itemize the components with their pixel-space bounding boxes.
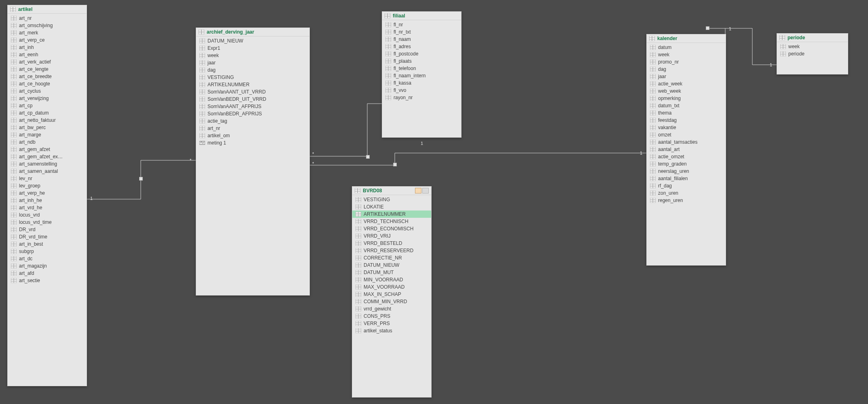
field-row[interactable]: DR_vrd — [8, 226, 87, 233]
field-row[interactable]: art_gem_afzet_ex… — [8, 153, 87, 160]
field-row[interactable]: CONS_PRS — [352, 313, 431, 320]
field-row[interactable]: fl_adres — [382, 43, 461, 50]
field-row[interactable]: rf_dag — [647, 182, 726, 189]
field-row[interactable]: regen_uren — [647, 197, 726, 204]
field-row[interactable]: SomVanAANT_AFPRIJS — [196, 103, 309, 110]
field-row[interactable]: ARTIKELNUMMER — [352, 211, 431, 218]
field-row[interactable]: art_cyclus — [8, 87, 87, 95]
field-row[interactable]: vakantie — [647, 124, 726, 131]
field-row[interactable]: art_merk — [8, 29, 87, 36]
table-header-artikel[interactable]: artikel — [8, 5, 87, 14]
field-row[interactable]: art_vrd_he — [8, 204, 87, 211]
field-row[interactable]: omzet — [647, 131, 726, 138]
table-header-filiaal[interactable]: filiaal — [382, 12, 461, 20]
field-row[interactable]: VRRD_RESERVEERD — [352, 247, 431, 254]
field-row[interactable]: actie_omzet — [647, 153, 726, 160]
field-row[interactable]: VESTIGING — [196, 74, 309, 81]
field-row[interactable]: art_afd — [8, 270, 87, 277]
field-row[interactable]: datum — [647, 44, 726, 51]
field-row[interactable]: VRRD_VRIJ — [352, 232, 431, 240]
relationship-handle[interactable] — [139, 177, 143, 181]
field-row[interactable]: art_inh_he — [8, 197, 87, 204]
table-bvrd08[interactable]: BVRD08VESTIGINGLOKATIEARTIKELNUMMERVRRD_… — [352, 186, 432, 398]
field-row[interactable]: art_omschijving — [8, 22, 87, 29]
field-row[interactable]: MIN_VOORRAAD — [352, 276, 431, 283]
relationship-handle[interactable] — [366, 155, 370, 159]
field-row[interactable]: VRRD_BESTELD — [352, 240, 431, 247]
field-row[interactable]: neerslag_uren — [647, 168, 726, 175]
field-row[interactable]: COMM_MIN_VRRD — [352, 298, 431, 305]
field-row[interactable]: art_marge — [8, 131, 87, 138]
field-row[interactable]: artikel_om — [196, 132, 309, 139]
field-row[interactable]: MAX_IN_SCHAP — [352, 291, 431, 298]
field-row[interactable]: fl_plaats — [382, 57, 461, 65]
field-row[interactable]: CORRECTIE_NR — [352, 254, 431, 262]
field-row[interactable]: datum_txt — [647, 102, 726, 109]
field-row[interactable]: DATUM_NIEUW — [352, 262, 431, 269]
field-row[interactable]: LOKATIE — [352, 203, 431, 211]
field-row[interactable]: vrrd_gewicht — [352, 305, 431, 313]
diagram-canvas[interactable]: artikelart_nrart_omschijvingart_merkart_… — [0, 0, 868, 404]
field-row[interactable]: ARTIKELNUMMER — [196, 81, 309, 88]
field-row[interactable]: actie_week — [647, 80, 726, 87]
table-field-list[interactable]: fl_nrfl_nr_txtfl_naamfl_adresfl_postcode… — [382, 20, 461, 137]
field-row[interactable]: locus_vrd_time — [8, 219, 87, 226]
field-row[interactable]: fl_nr_txt — [382, 28, 461, 36]
field-row[interactable]: aantal_art — [647, 146, 726, 153]
field-row[interactable]: locus_vrd — [8, 211, 87, 219]
field-row[interactable]: fl_naam — [382, 36, 461, 43]
field-row[interactable]: DATUM_NIEUW — [196, 37, 309, 45]
field-row[interactable]: art_in_best — [8, 240, 87, 248]
field-row[interactable]: art_verp_ce — [8, 36, 87, 44]
relationship-handle[interactable] — [393, 163, 397, 166]
field-row[interactable]: periode — [777, 50, 848, 57]
table-field-list[interactable]: art_nrart_omschijvingart_merkart_verp_ce… — [8, 14, 87, 386]
table-filiaal[interactable]: filiaalfl_nrfl_nr_txtfl_naamfl_adresfl_p… — [382, 11, 462, 138]
field-row[interactable]: SomVanBEDR_UIT_VRRD — [196, 96, 309, 103]
table-periode[interactable]: periodeweekperiode — [777, 33, 848, 74]
field-row[interactable]: fl_vvo — [382, 87, 461, 94]
field-row[interactable]: aantal_tarnsacties — [647, 138, 726, 146]
field-row[interactable]: art_dc — [8, 255, 87, 262]
table-option-button[interactable] — [415, 188, 421, 193]
field-row[interactable]: temp_graden — [647, 160, 726, 168]
field-row[interactable]: SomVanAANT_UIT_VRRD — [196, 88, 309, 96]
field-row[interactable]: dag — [647, 66, 726, 73]
field-row[interactable]: rayon_nr — [382, 94, 461, 101]
field-row[interactable]: VESTIGING — [352, 196, 431, 203]
field-row[interactable]: DR_vrd_time — [8, 233, 87, 240]
table-header-kalender[interactable]: kalender — [647, 34, 726, 43]
field-row[interactable]: jaar — [647, 73, 726, 80]
field-row[interactable]: web_week — [647, 87, 726, 95]
field-row[interactable]: MAX_VOORRAAD — [352, 283, 431, 291]
field-row[interactable]: week — [777, 43, 848, 50]
field-row[interactable]: art_netto_faktuur — [8, 117, 87, 124]
field-row[interactable]: dag — [196, 66, 309, 74]
field-row[interactable]: fl_kassa — [382, 79, 461, 87]
field-row[interactable]: VRRD_ECONOMISCH — [352, 225, 431, 232]
table-option-button[interactable] — [422, 188, 429, 193]
field-row[interactable]: subgrp — [8, 248, 87, 255]
field-row[interactable]: fl_postcode — [382, 50, 461, 57]
field-row[interactable]: art_ndb — [8, 138, 87, 146]
field-row[interactable]: art_eenh — [8, 51, 87, 58]
field-row[interactable]: art_nr — [196, 125, 309, 132]
relationship-handle[interactable] — [706, 26, 709, 30]
table-kalender[interactable]: kalenderdatumweekpromo_nrdagjaaractie_we… — [646, 34, 726, 266]
field-row[interactable]: meting 1 — [196, 139, 309, 147]
field-row[interactable]: week — [196, 52, 309, 59]
table-archief[interactable]: archief_derving_jaarDATUM_NIEUWExpr1week… — [196, 28, 310, 296]
field-row[interactable]: DATUM_MUT — [352, 269, 431, 276]
field-row[interactable]: VRRD_TECHNISCH — [352, 218, 431, 225]
field-row[interactable]: VERR_PRS — [352, 320, 431, 327]
field-row[interactable]: fl_naam_intern — [382, 72, 461, 79]
field-row[interactable]: art_nr — [8, 15, 87, 22]
field-row[interactable]: art_sectie — [8, 277, 87, 284]
table-artikel[interactable]: artikelart_nrart_omschijvingart_merkart_… — [7, 5, 87, 386]
field-row[interactable]: lev_nr — [8, 175, 87, 182]
field-row[interactable]: art_ce_lengte — [8, 66, 87, 73]
field-row[interactable]: actie_tag — [196, 117, 309, 125]
table-header-archief[interactable]: archief_derving_jaar — [196, 28, 309, 36]
field-row[interactable]: art_gem_afzet — [8, 146, 87, 153]
field-row[interactable]: fl_telefoon — [382, 65, 461, 72]
